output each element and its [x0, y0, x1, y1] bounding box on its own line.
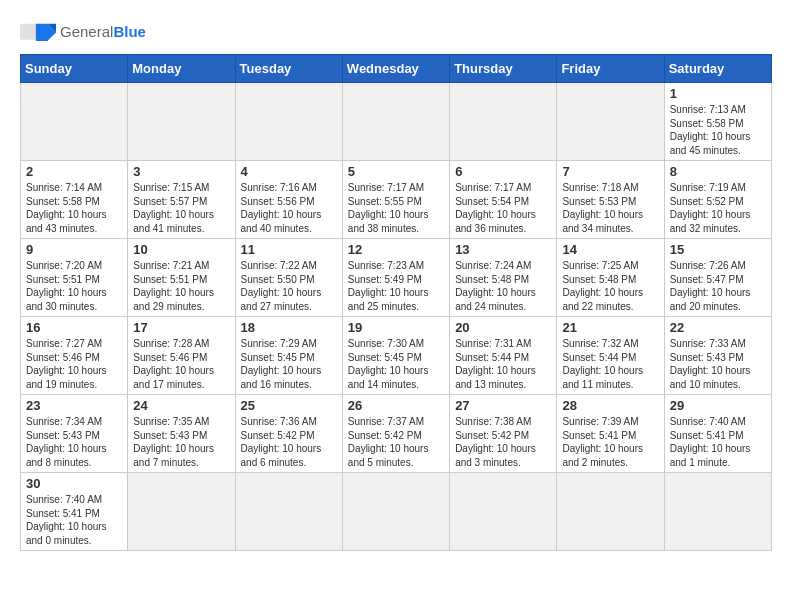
- day-info: Sunrise: 7:38 AM Sunset: 5:42 PM Dayligh…: [455, 415, 551, 469]
- calendar-cell: 27Sunrise: 7:38 AM Sunset: 5:42 PM Dayli…: [450, 395, 557, 473]
- day-number: 24: [133, 398, 229, 413]
- week-row-2: 9Sunrise: 7:20 AM Sunset: 5:51 PM Daylig…: [21, 239, 772, 317]
- day-info: Sunrise: 7:16 AM Sunset: 5:56 PM Dayligh…: [241, 181, 337, 235]
- day-info: Sunrise: 7:17 AM Sunset: 5:55 PM Dayligh…: [348, 181, 444, 235]
- calendar-cell: 12Sunrise: 7:23 AM Sunset: 5:49 PM Dayli…: [342, 239, 449, 317]
- day-info: Sunrise: 7:26 AM Sunset: 5:47 PM Dayligh…: [670, 259, 766, 313]
- logo-text: GeneralBlue: [60, 23, 146, 40]
- day-number: 27: [455, 398, 551, 413]
- day-number: 11: [241, 242, 337, 257]
- page: GeneralBlue SundayMondayTuesdayWednesday…: [0, 0, 792, 561]
- day-info: Sunrise: 7:28 AM Sunset: 5:46 PM Dayligh…: [133, 337, 229, 391]
- header-tuesday: Tuesday: [235, 55, 342, 83]
- day-number: 9: [26, 242, 122, 257]
- calendar-cell: 5Sunrise: 7:17 AM Sunset: 5:55 PM Daylig…: [342, 161, 449, 239]
- header-saturday: Saturday: [664, 55, 771, 83]
- calendar-cell: 10Sunrise: 7:21 AM Sunset: 5:51 PM Dayli…: [128, 239, 235, 317]
- day-number: 19: [348, 320, 444, 335]
- calendar-cell: 8Sunrise: 7:19 AM Sunset: 5:52 PM Daylig…: [664, 161, 771, 239]
- day-info: Sunrise: 7:40 AM Sunset: 5:41 PM Dayligh…: [26, 493, 122, 547]
- day-number: 7: [562, 164, 658, 179]
- day-number: 18: [241, 320, 337, 335]
- week-row-3: 16Sunrise: 7:27 AM Sunset: 5:46 PM Dayli…: [21, 317, 772, 395]
- calendar-cell: 15Sunrise: 7:26 AM Sunset: 5:47 PM Dayli…: [664, 239, 771, 317]
- calendar-cell: [342, 473, 449, 551]
- day-number: 25: [241, 398, 337, 413]
- day-info: Sunrise: 7:33 AM Sunset: 5:43 PM Dayligh…: [670, 337, 766, 391]
- day-info: Sunrise: 7:13 AM Sunset: 5:58 PM Dayligh…: [670, 103, 766, 157]
- calendar-cell: 17Sunrise: 7:28 AM Sunset: 5:46 PM Dayli…: [128, 317, 235, 395]
- calendar-cell: [557, 83, 664, 161]
- day-info: Sunrise: 7:17 AM Sunset: 5:54 PM Dayligh…: [455, 181, 551, 235]
- calendar-cell: [128, 473, 235, 551]
- calendar-cell: 24Sunrise: 7:35 AM Sunset: 5:43 PM Dayli…: [128, 395, 235, 473]
- calendar-cell: 20Sunrise: 7:31 AM Sunset: 5:44 PM Dayli…: [450, 317, 557, 395]
- day-number: 22: [670, 320, 766, 335]
- day-info: Sunrise: 7:29 AM Sunset: 5:45 PM Dayligh…: [241, 337, 337, 391]
- day-info: Sunrise: 7:30 AM Sunset: 5:45 PM Dayligh…: [348, 337, 444, 391]
- calendar-cell: [450, 83, 557, 161]
- day-info: Sunrise: 7:15 AM Sunset: 5:57 PM Dayligh…: [133, 181, 229, 235]
- day-number: 17: [133, 320, 229, 335]
- day-info: Sunrise: 7:40 AM Sunset: 5:41 PM Dayligh…: [670, 415, 766, 469]
- day-info: Sunrise: 7:21 AM Sunset: 5:51 PM Dayligh…: [133, 259, 229, 313]
- day-number: 8: [670, 164, 766, 179]
- week-row-1: 2Sunrise: 7:14 AM Sunset: 5:58 PM Daylig…: [21, 161, 772, 239]
- header-monday: Monday: [128, 55, 235, 83]
- calendar-cell: 14Sunrise: 7:25 AM Sunset: 5:48 PM Dayli…: [557, 239, 664, 317]
- day-info: Sunrise: 7:35 AM Sunset: 5:43 PM Dayligh…: [133, 415, 229, 469]
- logo: GeneralBlue: [20, 16, 146, 46]
- week-row-0: 1Sunrise: 7:13 AM Sunset: 5:58 PM Daylig…: [21, 83, 772, 161]
- calendar-cell: 29Sunrise: 7:40 AM Sunset: 5:41 PM Dayli…: [664, 395, 771, 473]
- calendar-cell: 13Sunrise: 7:24 AM Sunset: 5:48 PM Dayli…: [450, 239, 557, 317]
- calendar-cell: [128, 83, 235, 161]
- header-row: SundayMondayTuesdayWednesdayThursdayFrid…: [21, 55, 772, 83]
- calendar-cell: 7Sunrise: 7:18 AM Sunset: 5:53 PM Daylig…: [557, 161, 664, 239]
- calendar-cell: [235, 473, 342, 551]
- day-number: 23: [26, 398, 122, 413]
- calendar-cell: 11Sunrise: 7:22 AM Sunset: 5:50 PM Dayli…: [235, 239, 342, 317]
- header-wednesday: Wednesday: [342, 55, 449, 83]
- day-number: 14: [562, 242, 658, 257]
- day-number: 4: [241, 164, 337, 179]
- day-number: 21: [562, 320, 658, 335]
- day-number: 10: [133, 242, 229, 257]
- calendar-cell: 23Sunrise: 7:34 AM Sunset: 5:43 PM Dayli…: [21, 395, 128, 473]
- day-number: 28: [562, 398, 658, 413]
- day-number: 5: [348, 164, 444, 179]
- calendar-cell: 4Sunrise: 7:16 AM Sunset: 5:56 PM Daylig…: [235, 161, 342, 239]
- calendar-cell: 19Sunrise: 7:30 AM Sunset: 5:45 PM Dayli…: [342, 317, 449, 395]
- calendar-cell: 6Sunrise: 7:17 AM Sunset: 5:54 PM Daylig…: [450, 161, 557, 239]
- day-number: 29: [670, 398, 766, 413]
- calendar-cell: 1Sunrise: 7:13 AM Sunset: 5:58 PM Daylig…: [664, 83, 771, 161]
- day-info: Sunrise: 7:39 AM Sunset: 5:41 PM Dayligh…: [562, 415, 658, 469]
- calendar-cell: 30Sunrise: 7:40 AM Sunset: 5:41 PM Dayli…: [21, 473, 128, 551]
- day-info: Sunrise: 7:25 AM Sunset: 5:48 PM Dayligh…: [562, 259, 658, 313]
- calendar-cell: [21, 83, 128, 161]
- day-info: Sunrise: 7:22 AM Sunset: 5:50 PM Dayligh…: [241, 259, 337, 313]
- svg-rect-0: [20, 24, 36, 40]
- day-info: Sunrise: 7:19 AM Sunset: 5:52 PM Dayligh…: [670, 181, 766, 235]
- calendar-cell: [664, 473, 771, 551]
- day-number: 15: [670, 242, 766, 257]
- day-info: Sunrise: 7:32 AM Sunset: 5:44 PM Dayligh…: [562, 337, 658, 391]
- day-info: Sunrise: 7:23 AM Sunset: 5:49 PM Dayligh…: [348, 259, 444, 313]
- calendar-cell: 2Sunrise: 7:14 AM Sunset: 5:58 PM Daylig…: [21, 161, 128, 239]
- calendar-header: SundayMondayTuesdayWednesdayThursdayFrid…: [21, 55, 772, 83]
- day-number: 12: [348, 242, 444, 257]
- week-row-5: 30Sunrise: 7:40 AM Sunset: 5:41 PM Dayli…: [21, 473, 772, 551]
- day-number: 3: [133, 164, 229, 179]
- calendar-cell: 26Sunrise: 7:37 AM Sunset: 5:42 PM Dayli…: [342, 395, 449, 473]
- calendar-cell: [342, 83, 449, 161]
- week-row-4: 23Sunrise: 7:34 AM Sunset: 5:43 PM Dayli…: [21, 395, 772, 473]
- day-number: 20: [455, 320, 551, 335]
- calendar-cell: 3Sunrise: 7:15 AM Sunset: 5:57 PM Daylig…: [128, 161, 235, 239]
- day-info: Sunrise: 7:20 AM Sunset: 5:51 PM Dayligh…: [26, 259, 122, 313]
- general-blue-icon: [20, 16, 56, 46]
- day-info: Sunrise: 7:27 AM Sunset: 5:46 PM Dayligh…: [26, 337, 122, 391]
- calendar-body: 1Sunrise: 7:13 AM Sunset: 5:58 PM Daylig…: [21, 83, 772, 551]
- day-number: 16: [26, 320, 122, 335]
- day-info: Sunrise: 7:36 AM Sunset: 5:42 PM Dayligh…: [241, 415, 337, 469]
- day-info: Sunrise: 7:37 AM Sunset: 5:42 PM Dayligh…: [348, 415, 444, 469]
- calendar-cell: [557, 473, 664, 551]
